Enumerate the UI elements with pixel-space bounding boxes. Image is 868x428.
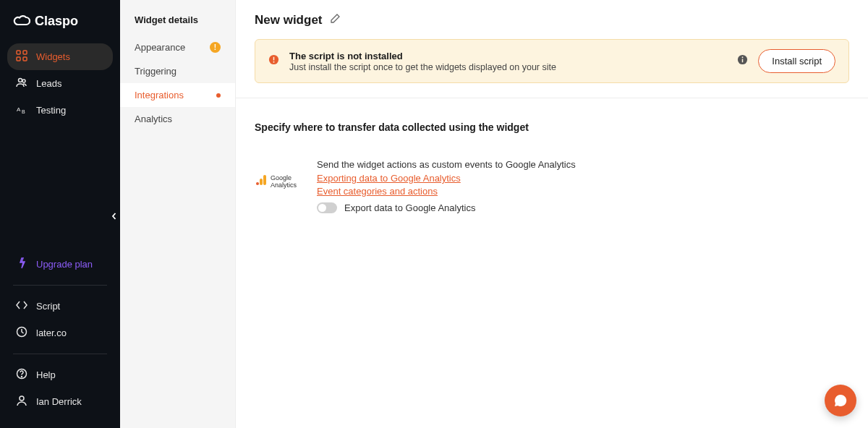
widgets-icon <box>16 50 27 64</box>
divider <box>13 285 107 286</box>
ga-brand: Google Analytics <box>255 174 297 189</box>
page-header: New widget <box>236 0 868 39</box>
active-dot-icon <box>216 93 221 98</box>
nav-upgrade[interactable]: Upgrade plan <box>7 251 113 278</box>
svg-rect-18 <box>263 175 266 185</box>
logo[interactable]: Claspo <box>0 0 120 43</box>
sec-item-label: Integrations <box>135 90 184 100</box>
integration-google-analytics: Google Analytics Send the widget actions… <box>255 159 849 213</box>
nav-script[interactable]: Script <box>7 293 113 320</box>
toggle-label: Export data to Google Analytics <box>344 202 475 213</box>
edit-icon[interactable] <box>330 14 340 27</box>
nav-label: Help <box>36 369 56 380</box>
svg-rect-0 <box>17 51 20 54</box>
nav-user[interactable]: Ian Derrick <box>7 388 113 415</box>
banner-desc: Just install the script once to get the … <box>289 62 727 72</box>
svg-point-14 <box>273 61 275 63</box>
collapse-sidebar-button[interactable] <box>108 210 121 223</box>
divider <box>13 354 107 354</box>
testing-icon: AB <box>16 103 27 117</box>
ga-brand-line1: Google <box>271 174 297 181</box>
alert-icon <box>268 54 279 68</box>
link-event-categories[interactable]: Event categories and actions <box>317 186 849 197</box>
google-analytics-icon <box>255 174 268 189</box>
nav-testing[interactable]: AB Testing <box>7 97 113 124</box>
main-sidebar: Claspo Widgets Leads AB Testing Upgrade … <box>0 0 120 428</box>
svg-point-5 <box>22 80 25 82</box>
sec-item-label: Triggering <box>135 66 176 77</box>
sec-item-triggering[interactable]: Triggering <box>120 59 235 83</box>
logo-icon <box>13 13 30 29</box>
info-icon[interactable] <box>737 54 748 68</box>
logo-text: Claspo <box>35 14 78 29</box>
nav-label: Upgrade plan <box>36 259 93 270</box>
warning-badge-icon: ! <box>210 42 221 53</box>
secondary-sidebar: Widget details Appearance ! Triggering I… <box>120 0 236 428</box>
nav-label: Leads <box>36 78 61 89</box>
main-content: New widget The script is not installed J… <box>236 0 868 428</box>
section-title: Specify where to transfer data collected… <box>255 121 849 133</box>
svg-point-11 <box>20 396 24 401</box>
toggle-export-ga[interactable] <box>317 202 337 213</box>
nav-label: Ian Derrick <box>36 396 82 407</box>
help-icon <box>16 368 27 382</box>
svg-text:B: B <box>22 109 25 114</box>
user-icon <box>16 395 27 408</box>
upgrade-icon <box>16 257 27 271</box>
sec-item-analytics[interactable]: Analytics <box>120 107 235 131</box>
nav-label: Script <box>36 301 60 312</box>
banner-title: The script is not installed <box>289 51 727 61</box>
nav-label: Widgets <box>36 51 70 62</box>
chat-bubble-button[interactable] <box>825 385 856 416</box>
svg-rect-1 <box>23 51 27 54</box>
sec-item-appearance[interactable]: Appearance ! <box>120 35 235 59</box>
svg-point-4 <box>19 79 22 82</box>
svg-rect-2 <box>17 57 20 61</box>
ga-description: Send the widget actions as custom events… <box>317 159 849 170</box>
sec-item-integrations[interactable]: Integrations <box>120 83 235 107</box>
svg-point-17 <box>742 56 744 58</box>
install-script-banner: The script is not installed Just install… <box>255 39 849 83</box>
svg-point-20 <box>256 182 259 185</box>
svg-rect-3 <box>23 57 27 61</box>
ga-brand-line2: Analytics <box>271 181 297 189</box>
svg-rect-16 <box>742 59 744 63</box>
sec-item-label: Analytics <box>135 114 172 124</box>
page-title: New widget <box>255 13 323 27</box>
sec-sidebar-title: Widget details <box>120 0 235 35</box>
nav-leads[interactable]: Leads <box>7 70 113 97</box>
link-exporting-data[interactable]: Exporting data to Google Analytics <box>317 173 849 184</box>
nav-widgets[interactable]: Widgets <box>7 43 113 70</box>
nav-label: Testing <box>36 105 66 116</box>
svg-rect-13 <box>273 57 275 61</box>
leads-icon <box>16 77 27 90</box>
install-script-button[interactable]: Install script <box>758 49 835 73</box>
sec-item-label: Appearance <box>135 42 185 53</box>
nav-label: later.co <box>36 328 67 338</box>
svg-text:A: A <box>17 106 21 113</box>
script-icon <box>16 299 27 313</box>
svg-point-10 <box>22 377 22 377</box>
nav-help[interactable]: Help <box>7 361 113 388</box>
svg-rect-19 <box>260 179 263 185</box>
clock-icon <box>16 326 27 340</box>
nav-domain[interactable]: later.co <box>7 320 113 346</box>
